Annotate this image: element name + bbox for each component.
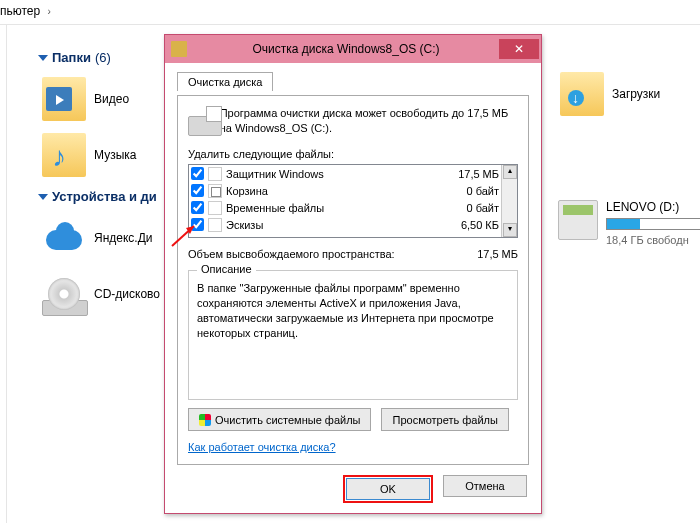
downloads-folder-icon [560,72,604,116]
cloud-icon [42,216,86,260]
list-item[interactable]: Временные файлы 0 байт [189,199,501,216]
file-checkbox[interactable] [191,218,204,231]
scroll-up-icon[interactable]: ▴ [503,165,517,179]
disk-cleanup-icon [171,41,187,57]
file-name: Корзина [226,185,466,197]
clean-system-files-label: Очистить системные файлы [215,414,360,426]
file-name: Временные файлы [226,202,466,214]
caret-down-icon [38,55,48,61]
item-cd-drive-label: CD-дисково [94,287,160,301]
file-name: Защитник Windows [226,168,458,180]
hard-drive-icon [558,200,598,240]
dialog-titlebar[interactable]: Очистка диска Windows8_OS (C:) ✕ [165,35,541,63]
file-icon [208,218,222,232]
tab-panel: Программа очистки диска может освободить… [177,95,529,465]
list-item[interactable]: Защитник Windows 17,5 МБ [189,165,501,182]
file-size: 17,5 МБ [458,168,499,180]
drive-usage-bar [606,218,700,230]
file-size: 6,50 КБ [461,219,499,231]
total-value: 17,5 МБ [477,248,518,260]
file-size: 0 байт [466,185,499,197]
recycle-bin-icon [208,184,222,198]
file-icon [208,167,222,181]
help-link[interactable]: Как работает очистка диска? [188,441,336,453]
group-folders-count: (6) [95,50,111,65]
file-checkbox[interactable] [191,201,204,214]
breadcrumb[interactable]: пьютер › [0,4,55,18]
scrollbar[interactable]: ▴ ▾ [501,165,517,237]
clean-system-files-button[interactable]: Очистить системные файлы [188,408,371,431]
item-yandex-disk-label: Яндекс.Ди [94,231,153,245]
drive-usage-fill [607,219,640,229]
file-checkbox[interactable] [191,167,204,180]
ok-highlight: OK [343,475,433,503]
caret-down-icon [38,194,48,200]
total-label: Объем высвобождаемого пространства: [188,248,395,260]
file-checkbox[interactable] [191,184,204,197]
drive-name: LENOVO (D:) [606,200,700,214]
folder-video-label: Видео [94,92,129,106]
video-folder-icon [42,77,86,121]
drive-lenovo-d[interactable]: LENOVO (D:) 18,4 ГБ свободн [558,200,700,246]
close-button[interactable]: ✕ [499,39,539,59]
list-item[interactable]: Эскизы 6,50 КБ [189,216,501,233]
group-folders-title: Папки [52,50,91,65]
view-files-label: Просмотреть файлы [392,414,497,426]
breadcrumb-item: пьютер [0,4,40,18]
description-text: В папке "Загруженные файлы программ" вре… [197,281,509,340]
drive-report-icon [188,106,212,138]
chevron-right-icon: › [48,6,51,17]
folder-downloads[interactable]: Загрузки [558,66,700,122]
file-list: Защитник Windows 17,5 МБ Корзина 0 байт … [188,164,518,238]
description-box: Описание В папке "Загруженные файлы прог… [188,270,518,400]
scroll-down-icon[interactable]: ▾ [503,223,517,237]
folder-downloads-label: Загрузки [612,87,660,101]
intro-text: Программа очистки диска может освободить… [220,106,518,136]
toolbar-divider [0,24,700,25]
description-legend: Описание [197,263,256,275]
file-list-label: Удалить следующие файлы: [188,148,518,160]
list-item[interactable]: Корзина 0 байт [189,182,501,199]
cancel-button[interactable]: Отмена [443,475,527,497]
group-devices-title: Устройства и ди [52,189,157,204]
file-size: 0 байт [466,202,499,214]
nav-pane [0,25,7,523]
music-folder-icon [42,133,86,177]
shield-icon [199,414,211,426]
folder-music-label: Музыка [94,148,136,162]
file-icon [208,201,222,215]
view-files-button[interactable]: Просмотреть файлы [381,408,508,431]
file-name: Эскизы [226,219,461,231]
drive-free-text: 18,4 ГБ свободн [606,234,700,246]
tab-disk-cleanup[interactable]: Очистка диска [177,72,273,91]
disc-drive-icon [42,272,86,316]
disk-cleanup-dialog: Очистка диска Windows8_OS (C:) ✕ Очистка… [164,34,542,514]
dialog-title: Очистка диска Windows8_OS (C:) [193,42,499,56]
ok-button[interactable]: OK [346,478,430,500]
